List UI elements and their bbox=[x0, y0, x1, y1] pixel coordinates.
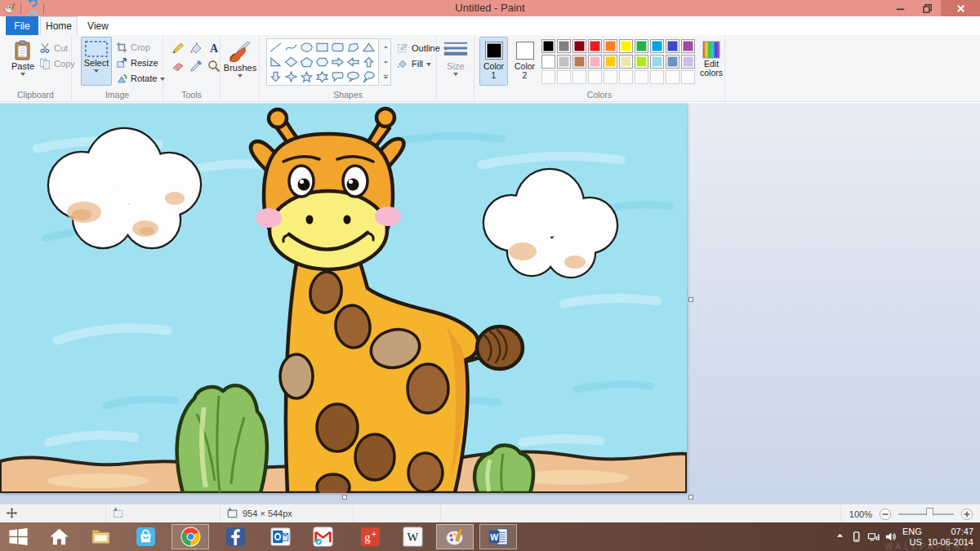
rounded-rectangle-shape[interactable] bbox=[330, 40, 345, 55]
palette-color-c3c3c3[interactable] bbox=[557, 55, 571, 69]
curve-shape[interactable] bbox=[283, 40, 299, 55]
palette-color-ff7f27[interactable] bbox=[604, 39, 617, 53]
fill-bucket-tool[interactable] bbox=[188, 40, 203, 56]
crop-button[interactable]: Crop bbox=[116, 40, 150, 54]
cloud-callout-shape[interactable] bbox=[361, 69, 376, 84]
zoom-slider[interactable] bbox=[898, 513, 954, 515]
zoom-out-button[interactable] bbox=[879, 508, 892, 521]
palette-color-a349a4[interactable] bbox=[681, 39, 695, 53]
palette-color-000000[interactable] bbox=[541, 39, 555, 53]
close-button[interactable] bbox=[941, 0, 980, 16]
tab-home[interactable]: Home bbox=[40, 16, 78, 35]
palette-empty-slot[interactable] bbox=[572, 70, 586, 84]
gallery-more-button[interactable] bbox=[381, 69, 390, 85]
canvas-resize-handle-corner[interactable] bbox=[688, 495, 693, 500]
undo-button[interactable] bbox=[26, 0, 38, 8]
gmail-taskbar-button[interactable] bbox=[304, 524, 341, 549]
color2-button[interactable]: Color 2 bbox=[510, 37, 539, 86]
tab-file[interactable]: File bbox=[6, 16, 38, 35]
phone-tray-icon[interactable] bbox=[850, 531, 862, 543]
palette-empty-slot[interactable] bbox=[650, 70, 664, 84]
five-point-star-shape[interactable] bbox=[299, 69, 314, 84]
zoom-in-button[interactable] bbox=[960, 508, 973, 521]
language-indicator[interactable]: ENG US bbox=[902, 527, 922, 548]
polygon-shape[interactable] bbox=[345, 40, 361, 55]
color1-button[interactable]: Color 1 bbox=[479, 37, 508, 86]
left-arrow-shape[interactable] bbox=[345, 55, 361, 69]
clock[interactable]: 07:47 10-06-2014 bbox=[928, 527, 973, 548]
palette-color-00a2e8[interactable] bbox=[650, 39, 664, 53]
canvas-resize-handle-bottom[interactable] bbox=[342, 495, 347, 500]
start-taskbar-button[interactable] bbox=[0, 524, 37, 549]
palette-empty-slot[interactable] bbox=[557, 70, 571, 84]
palette-empty-slot[interactable] bbox=[635, 70, 648, 84]
palette-color-efe4b0[interactable] bbox=[619, 55, 633, 69]
palette-color-b5e61d[interactable] bbox=[635, 55, 648, 69]
word-taskbar-button[interactable]: W bbox=[479, 524, 517, 549]
palette-color-3f48cc[interactable] bbox=[666, 39, 679, 53]
shape-fill-button[interactable]: Fill bbox=[397, 56, 431, 70]
paint-canvas[interactable] bbox=[0, 104, 687, 493]
ellipse-shape[interactable] bbox=[299, 40, 314, 55]
line-shape[interactable] bbox=[268, 40, 283, 55]
tray-expand-button[interactable] bbox=[834, 529, 844, 544]
six-point-star-shape[interactable] bbox=[314, 69, 330, 84]
triangle-shape[interactable] bbox=[361, 40, 376, 55]
palette-empty-slot[interactable] bbox=[541, 70, 555, 84]
rectangle-shape[interactable] bbox=[314, 40, 330, 55]
rounded-callout-shape[interactable] bbox=[330, 69, 345, 84]
palette-empty-slot[interactable] bbox=[604, 70, 617, 84]
select-button[interactable]: Select bbox=[81, 37, 112, 86]
right-arrow-shape[interactable] bbox=[330, 55, 345, 69]
resize-button[interactable]: Resize bbox=[116, 56, 158, 69]
canvas-resize-handle-right[interactable] bbox=[688, 297, 693, 302]
outlook-taskbar-button[interactable] bbox=[261, 524, 299, 549]
palette-empty-slot[interactable] bbox=[619, 70, 633, 84]
palette-color-c8bfe7[interactable] bbox=[681, 55, 695, 69]
scroll-down-button[interactable] bbox=[381, 55, 390, 70]
color-picker-tool[interactable] bbox=[188, 58, 203, 73]
four-point-star-shape[interactable] bbox=[283, 69, 299, 84]
palette-color-ed1c24[interactable] bbox=[588, 39, 602, 53]
diamond-shape[interactable] bbox=[283, 55, 299, 69]
right-triangle-shape[interactable] bbox=[268, 55, 283, 69]
pencil-tool[interactable] bbox=[170, 40, 185, 56]
magnifier-tool[interactable] bbox=[206, 58, 221, 73]
palette-color-880015[interactable] bbox=[572, 39, 586, 53]
facebook-taskbar-button[interactable] bbox=[216, 524, 254, 549]
oval-callout-shape[interactable] bbox=[345, 69, 361, 84]
palette-color-ffaec9[interactable] bbox=[588, 55, 602, 69]
cut-button[interactable]: Cut bbox=[39, 41, 68, 55]
hexagon-shape[interactable] bbox=[314, 55, 330, 69]
palette-color-7092be[interactable] bbox=[666, 55, 679, 69]
home-taskbar-button[interactable] bbox=[40, 524, 78, 549]
pentagon-shape[interactable] bbox=[299, 55, 314, 69]
paste-button[interactable]: Paste bbox=[7, 37, 38, 86]
palette-color-7f7f7f[interactable] bbox=[557, 39, 571, 53]
google-plus-taskbar-button[interactable]: g+ bbox=[351, 524, 389, 549]
paint-taskbar-taskbar-button[interactable] bbox=[436, 524, 474, 549]
minimize-button[interactable] bbox=[887, 0, 914, 16]
store-taskbar-button[interactable] bbox=[127, 524, 164, 549]
wikipedia-taskbar-button[interactable]: W bbox=[394, 524, 431, 549]
file-explorer-taskbar-button[interactable] bbox=[82, 524, 119, 549]
scroll-up-button[interactable] bbox=[381, 39, 390, 55]
brushes-button[interactable]: Brushes bbox=[225, 37, 256, 86]
edit-colors-button[interactable]: Edit colors bbox=[698, 37, 724, 86]
zoom-slider-handle[interactable] bbox=[926, 508, 933, 520]
restore-button[interactable] bbox=[914, 0, 941, 16]
size-button[interactable]: Size bbox=[440, 37, 471, 86]
down-arrow-shape[interactable] bbox=[268, 69, 283, 84]
palette-color-b97a57[interactable] bbox=[572, 55, 586, 69]
eraser-tool[interactable] bbox=[170, 58, 185, 73]
palette-color-fff200[interactable] bbox=[619, 39, 633, 53]
palette-color-ffc90e[interactable] bbox=[604, 55, 617, 69]
volume-tray-icon[interactable] bbox=[884, 531, 897, 543]
rotate-button[interactable]: Rotate bbox=[116, 71, 165, 85]
chrome-taskbar-button[interactable] bbox=[172, 524, 209, 549]
network-tray-icon[interactable] bbox=[867, 531, 880, 543]
palette-color-22b14c[interactable] bbox=[635, 39, 648, 53]
text-tool[interactable]: A bbox=[206, 40, 221, 56]
copy-button[interactable]: Copy bbox=[39, 56, 75, 70]
palette-empty-slot[interactable] bbox=[666, 70, 679, 84]
